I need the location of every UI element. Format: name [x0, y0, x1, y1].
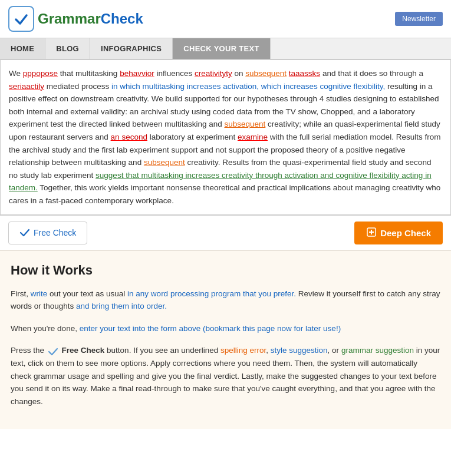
nav: HOME BLOG INFOGRAPHICS CHECK YOUR TEXT — [0, 38, 451, 60]
spell-error-taaassks[interactable]: taaassks — [289, 69, 320, 78]
deep-check-label: Deep Check — [380, 228, 431, 238]
logo-area: GrammarCheck — [8, 6, 143, 32]
grammar-suggest-1[interactable]: suggest that multitasking increases crea… — [9, 171, 432, 193]
deep-check-icon — [366, 227, 377, 239]
nav-item-infographics[interactable]: INFOGRAPHICS — [90, 38, 173, 59]
spell-error-an-second[interactable]: an second — [111, 133, 147, 141]
deep-check-button[interactable]: Deep Check — [354, 222, 443, 244]
logo-icon — [8, 6, 34, 32]
free-check-button[interactable]: Free Check — [8, 222, 87, 244]
newsletter-button[interactable]: Newsletter — [395, 12, 443, 26]
header: GrammarCheck Newsletter — [0, 0, 451, 38]
spell-error-seriaactily[interactable]: seriaactily — [9, 82, 44, 91]
highlight-blue-1: in which multitasking increases activati… — [111, 82, 385, 91]
text-area-section: We pppopose that multitasking behavvior … — [0, 60, 451, 215]
nav-item-blog[interactable]: BLOG — [45, 38, 90, 59]
style-suggest-subsequent2[interactable]: subsequent — [224, 120, 265, 128]
how-it-works-section: How it Works First, write out your text … — [0, 250, 451, 429]
logo-check: Check — [101, 11, 143, 27]
free-check-label: Free Check — [34, 228, 76, 237]
how-para-1: First, write out your text as usual in a… — [11, 287, 440, 313]
free-check-icon — [19, 227, 30, 239]
text-content[interactable]: We pppopose that multitasking behavvior … — [1, 60, 450, 214]
style-suggest-subsequent1[interactable]: subsequent — [245, 69, 287, 78]
nav-item-check-your-text[interactable]: CHECK YOUR TEXT — [173, 38, 271, 59]
spell-error-examine[interactable]: examine — [238, 133, 268, 141]
spell-error-pppopose[interactable]: pppopose — [23, 69, 58, 78]
nav-item-home[interactable]: HOME — [0, 38, 45, 59]
logo-grammar: Grammar — [38, 11, 101, 27]
how-it-works-title: How it Works — [11, 263, 440, 278]
spell-error-creativityty[interactable]: creativityty — [195, 69, 232, 78]
free-check-bold: Free Check — [62, 346, 105, 355]
spell-error-behavvior[interactable]: behavvior — [120, 69, 154, 78]
how-para-2: When you're done, enter your text into t… — [11, 322, 440, 335]
how-para-3: Press the Free Check button. If you see … — [11, 344, 440, 408]
buttons-row: Free Check Deep Check — [0, 215, 451, 250]
style-suggest-subsequent3[interactable]: subsequent — [144, 158, 185, 167]
logo-text: GrammarCheck — [38, 11, 143, 27]
